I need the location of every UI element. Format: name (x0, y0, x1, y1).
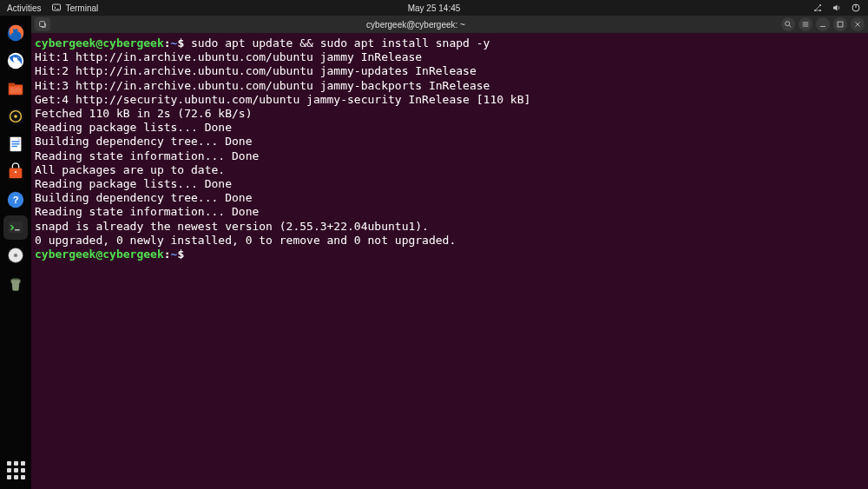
maximize-button[interactable] (833, 17, 847, 31)
svg-point-3 (819, 10, 821, 11)
firefox-icon[interactable] (3, 21, 28, 45)
svg-rect-15 (11, 141, 19, 142)
output-line: Get:4 http://security.ubuntu.com/ubuntu … (35, 93, 530, 106)
terminal-body[interactable]: cybergeek@cybergeek:~$ sudo apt update &… (31, 33, 868, 489)
window-title: cybergeek@cybergeek: ~ (54, 20, 778, 30)
svg-rect-18 (10, 168, 23, 178)
rhythmbox-icon[interactable] (3, 104, 28, 129)
output-line: All packages are up to date. (35, 163, 225, 176)
svg-rect-16 (11, 143, 19, 144)
terminal-icon[interactable] (3, 215, 28, 240)
prompt-symbol: $ (177, 36, 184, 50)
output-line: 0 upgraded, 0 newly installed, 0 to remo… (35, 234, 456, 247)
taskbar-app-label: Terminal (65, 3, 98, 13)
svg-rect-0 (53, 4, 61, 10)
prompt-user: cybergeek@cybergeek (35, 36, 164, 50)
prompt-colon: : (164, 248, 171, 261)
apps-grid-icon (7, 461, 25, 479)
output-line: Reading state information... Done (35, 205, 259, 218)
terminal-small-icon (51, 3, 62, 13)
volume-icon (832, 3, 842, 13)
panel-clock[interactable]: May 25 14:45 (408, 3, 461, 13)
output-line: Building dependency tree... Done (35, 135, 252, 148)
close-button[interactable] (851, 17, 865, 31)
libreoffice-writer-icon[interactable] (3, 132, 28, 156)
output-line: snapd is already the newest version (2.5… (35, 220, 429, 233)
output-line: Building dependency tree... Done (35, 191, 252, 204)
thunderbird-icon[interactable] (3, 49, 28, 73)
svg-rect-9 (9, 83, 15, 87)
output-line: Hit:3 http://in.archive.ubuntu.com/ubunt… (35, 79, 490, 92)
prompt-user: cybergeek@cybergeek (35, 248, 164, 261)
software-center-icon[interactable] (3, 160, 28, 184)
svg-rect-28 (40, 22, 45, 27)
output-line: Fetched 110 kB in 2s (72.6 kB/s) (35, 107, 252, 120)
svg-point-29 (786, 22, 790, 26)
svg-rect-17 (11, 146, 16, 147)
activities-button[interactable]: Activities (7, 3, 41, 13)
window-titlebar[interactable]: cybergeek@cybergeek: ~ (31, 16, 868, 33)
prompt-colon: : (164, 36, 171, 50)
svg-rect-10 (10, 87, 22, 93)
output-line: Reading package lists... Done (35, 121, 232, 134)
trash-icon[interactable] (3, 271, 28, 295)
svg-point-25 (15, 254, 16, 256)
svg-rect-21 (9, 221, 23, 234)
command-text: sudo apt update && sudo apt install snap… (191, 36, 490, 50)
output-line: Reading package lists... Done (35, 177, 232, 190)
terminal-window: cybergeek@cybergeek: ~ cybergeek@cyberge… (31, 16, 868, 489)
system-status-area[interactable] (812, 3, 861, 13)
output-line: Hit:1 http://in.archive.ubuntu.com/ubunt… (35, 50, 422, 63)
minimize-button[interactable] (816, 17, 830, 31)
top-panel: Activities Terminal May 25 14:45 (0, 0, 868, 16)
files-icon[interactable] (3, 76, 28, 101)
svg-rect-30 (838, 22, 843, 27)
output-line: Hit:2 http://in.archive.ubuntu.com/ubunt… (35, 64, 477, 77)
show-apps-button[interactable] (3, 458, 28, 482)
dock: ? (0, 16, 31, 489)
help-icon[interactable]: ? (3, 188, 28, 212)
svg-text:?: ? (13, 195, 19, 205)
prompt-symbol: $ (177, 248, 184, 261)
svg-point-7 (17, 57, 19, 59)
output-line: Reading state information... Done (35, 149, 259, 162)
power-icon (851, 3, 861, 13)
menu-button[interactable] (799, 17, 812, 31)
search-button[interactable] (781, 17, 795, 31)
taskbar-terminal[interactable]: Terminal (51, 3, 98, 13)
new-tab-button[interactable] (35, 17, 50, 31)
svg-point-13 (14, 115, 17, 118)
network-icon (812, 3, 823, 13)
disc-icon[interactable] (3, 243, 28, 268)
svg-rect-27 (12, 279, 18, 281)
